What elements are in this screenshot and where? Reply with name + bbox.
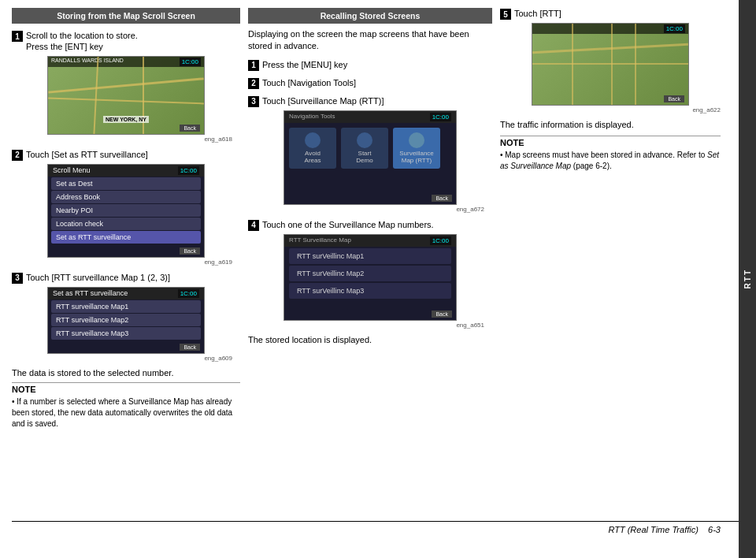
- step-num-m3: 3: [248, 96, 259, 107]
- rtt-header: RTT Surveillance Map 1C:00: [284, 235, 456, 247]
- scroll-menu-title: Scroll Menu: [53, 166, 91, 174]
- rtt-road-h1: [532, 43, 688, 54]
- nav-tools-wrapper: Navigation Tools 1C:00 AvoidAreas StartD…: [256, 110, 484, 213]
- rtt-surveillance-wrapper: Set as RTT surveillance 1C:00 RTT survei…: [20, 287, 232, 362]
- rtt-map-wrapper: RTT Surveillance Map 1C:00 RTT surVeilli…: [256, 234, 484, 329]
- map-location-text: NEW YORK, NY: [103, 116, 149, 123]
- left-note-text: • If a number is selected where a Survei…: [12, 396, 240, 430]
- rtt-map-item-2: RTT surveillance Map2: [51, 314, 201, 326]
- nav-tools-screen: Navigation Tools 1C:00 AvoidAreas StartD…: [284, 110, 457, 205]
- rtt-row-2: RTT surVeillinc Map2: [289, 266, 451, 281]
- nav-tool-start: StartDemo: [341, 128, 388, 169]
- left-step-3-text: Touch [RTT surveillance Map 1 (2, 3)]: [26, 272, 170, 283]
- back-label-1: Back: [180, 125, 200, 132]
- mid-step-1-label: 1 Press the [MENU] key: [248, 59, 492, 71]
- map-overlay-bar-1: RANDALLS WARDS ISLAND 1C:00: [48, 57, 204, 67]
- time-display-5: 1C:00: [430, 236, 451, 245]
- main-content: Storing from the Map Scroll Screen 1 Scr…: [12, 8, 744, 518]
- left-section-header: Storing from the Map Scroll Screen: [12, 8, 240, 24]
- surveillance-label: SurveillanceMap (RTT): [396, 150, 437, 164]
- left-step-1-text: Scroll to the location to store.Press th…: [26, 30, 138, 53]
- mid-step-1: 1 Press the [MENU] key: [248, 59, 492, 71]
- img-caption-5: eng_a651: [256, 322, 484, 329]
- rtt-road-h2: [532, 63, 688, 65]
- mid-step-2-label: 2 Touch [Navigation Tools]: [248, 77, 492, 89]
- nav-tools-title: Navigation Tools: [289, 113, 335, 121]
- left-note-box: NOTE • If a number is selected where a S…: [12, 382, 240, 430]
- time-display-4: 1C:00: [430, 113, 451, 121]
- map-road-h1: [48, 77, 204, 93]
- time-display-6: 1C:00: [664, 24, 685, 33]
- right-step-5: 5 Touch [RTT] 1C:00: [500, 8, 721, 113]
- middle-column: Recalling Stored Screens Displaying on t…: [248, 8, 492, 518]
- rtt-map-thumb-wrapper: 1C:00 Back eng_a622: [500, 23, 721, 113]
- rtt-map-item-3: RTT surveillance Map3: [51, 327, 201, 340]
- intro-text: Displaying on the screen the map screens…: [248, 28, 492, 53]
- rtt-surv-title: Set as RTT surveillance: [53, 289, 128, 297]
- surveillance-icon: [409, 132, 424, 148]
- rtt-sidebar-text: RTT: [743, 269, 752, 288]
- back-label-2: Back: [180, 247, 200, 255]
- nav-tool-surveillance: SurveillanceMap (RTT): [393, 128, 440, 169]
- footer-page: 6-3: [708, 525, 721, 534]
- nav-tools-body: AvoidAreas StartDemo SurveillanceMap (RT…: [284, 123, 456, 173]
- left-note-title: NOTE: [12, 382, 240, 394]
- rtt-road-v2: [611, 24, 613, 105]
- left-step-3-label: 3 Touch [RTT surveillance Map 1 (2, 3)]: [12, 272, 240, 284]
- time-display-2: 1C:00: [178, 166, 199, 175]
- img-caption-6: eng_a622: [500, 106, 721, 113]
- mid-step-3-label: 3 Touch [Surveillance Map (RTT)]: [248, 95, 492, 107]
- right-column: 5 Touch [RTT] 1C:00: [500, 8, 744, 518]
- step-num-3: 3: [12, 273, 23, 284]
- step-num-m4: 4: [248, 220, 259, 231]
- mid-step-3-text: Touch [Surveillance Map (RTT)]: [262, 95, 384, 106]
- mid-step-4-label: 4 Touch one of the Surveillance Map numb…: [248, 219, 492, 231]
- start-label: StartDemo: [344, 150, 385, 164]
- left-after-steps: The data is stored to the selected numbe…: [12, 368, 240, 378]
- right-note-box: NOTE • Map screens must have been stored…: [500, 136, 721, 172]
- rtt-map-screen: RTT Surveillance Map 1C:00 RTT surVeilli…: [284, 234, 457, 321]
- rtt-road-v3: [635, 24, 636, 105]
- back-label-3: Back: [180, 344, 200, 351]
- left-step-2-label: 2 Touch [Set as RTT surveillance]: [12, 149, 240, 161]
- left-step-2-text: Touch [Set as RTT surveillance]: [26, 149, 148, 160]
- right-step-5-label: 5 Touch [RTT]: [500, 8, 721, 20]
- footer-title: RTT (Real Time Traffic): [608, 525, 698, 534]
- left-step-1-label: 1 Scroll to the location to store.Press …: [12, 30, 240, 53]
- back-label-6: Back: [664, 95, 684, 102]
- mid-step-2: 2 Touch [Navigation Tools]: [248, 77, 492, 89]
- scroll-menu-item-1: Set as Dest: [51, 177, 201, 190]
- scroll-menu-screen: Scroll Menu 1C:00 Set as Dest Address Bo…: [47, 164, 205, 258]
- rtt-map-item-1: RTT surveillance Map1: [51, 300, 201, 313]
- mid-section-header: Recalling Stored Screens: [248, 8, 492, 24]
- start-icon: [357, 132, 372, 148]
- rtt-row-3: RTT surVeillinc Map3: [289, 283, 451, 299]
- map-road-h2: [48, 97, 204, 104]
- right-step-5-text: Touch [RTT]: [514, 8, 561, 19]
- time-display-3: 1C:00: [178, 289, 199, 298]
- map-header-text: RANDALLS WARDS ISLAND: [51, 58, 124, 66]
- mid-step-4: 4 Touch one of the Surveillance Map numb…: [248, 219, 492, 329]
- rtt-surveillance-screen: Set as RTT surveillance 1C:00 RTT survei…: [47, 287, 205, 354]
- rtt-road-v1: [572, 24, 573, 105]
- step-num-1: 1: [12, 31, 23, 42]
- rtt-sidebar: RTT: [739, 0, 756, 558]
- left-step-3: 3 Touch [RTT surveillance Map 1 (2, 3)] …: [12, 272, 240, 362]
- map-thumb-1: RANDALLS WARDS ISLAND 1C:00 NEW YORK, NY…: [47, 56, 205, 135]
- avoid-icon: [305, 132, 321, 148]
- rtt-map-overlay: 1C:00: [532, 24, 688, 34]
- rtt-map-top: 1C:00 Back: [532, 23, 689, 106]
- img-caption-4: eng_a672: [256, 206, 484, 213]
- mid-step-3: 3 Touch [Surveillance Map (RTT)] Navigat…: [248, 95, 492, 213]
- img-caption-3: eng_a609: [20, 355, 232, 362]
- scroll-menu-item-5: Set as RTT surveillance: [51, 231, 201, 244]
- step-num-r5: 5: [500, 9, 511, 20]
- nav-tool-avoid: AvoidAreas: [289, 128, 336, 169]
- scroll-menu-header: Scroll Menu 1C:00: [48, 165, 204, 177]
- back-label-4: Back: [432, 195, 452, 202]
- step-num-2: 2: [12, 150, 23, 161]
- back-label-5: Back: [432, 311, 452, 318]
- left-step-2: 2 Touch [Set as RTT surveillance] Scroll…: [12, 149, 240, 266]
- scroll-menu-item-2: Address Book: [51, 191, 201, 203]
- nav-tools-header: Navigation Tools 1C:00: [284, 111, 456, 123]
